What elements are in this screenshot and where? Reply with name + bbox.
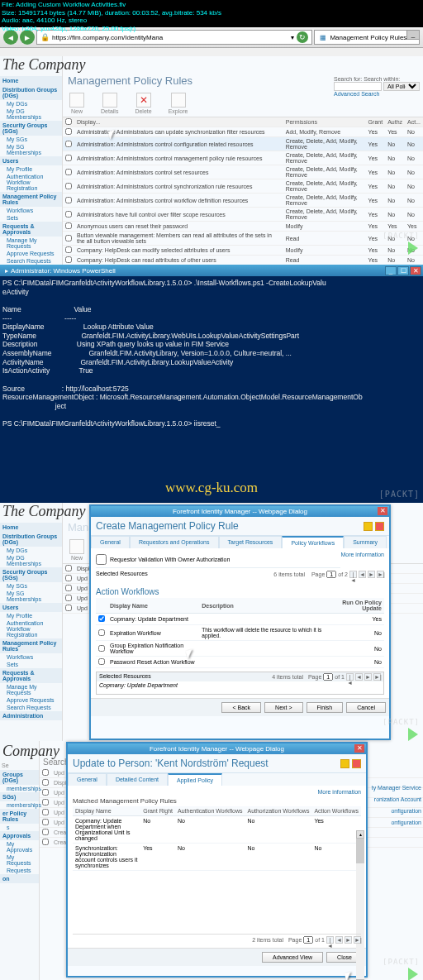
main-content: Management Policy Rules New Details ✕Del… (63, 56, 423, 265)
explore-button[interactable]: Explore (169, 93, 188, 114)
table-row[interactable]: Administrators have full control over fi… (63, 208, 423, 222)
sidebar-3: Se Groups (DGs) memberships SGs) members… (0, 741, 40, 980)
sidebar-mpr[interactable]: Management Policy Rules (0, 192, 62, 207)
sidebar-home[interactable]: Home (0, 76, 62, 85)
tab-detailed-content[interactable]: Detailed Content (107, 773, 168, 786)
sidebar-users[interactable]: Users (0, 156, 62, 165)
details-button[interactable]: Details (101, 93, 118, 114)
table-row[interactable]: Administration: Administrators control s… (63, 179, 423, 194)
list-item[interactable]: Expiration WorkflowThis workflow will de… (96, 625, 384, 641)
dialog2-titlebar: Forefront Identity Manager -- Webpage Di… (68, 743, 366, 754)
tab-general[interactable]: General (91, 536, 130, 548)
tab-policy-workflows[interactable]: Policy Workflows (282, 536, 344, 548)
list-item[interactable]: Copmany: Update DepartmentYes (96, 614, 384, 625)
cursor-icon (187, 650, 195, 662)
play-icon (408, 241, 418, 255)
more-info-link[interactable]: More information (340, 552, 384, 557)
advanced-search-link[interactable]: Advanced Search (334, 91, 379, 97)
ps-minimize[interactable]: _ (385, 266, 397, 275)
page-prev[interactable]: ◄ (359, 571, 366, 578)
company-logo: The Company (2, 56, 86, 74)
browser-tab[interactable]: ▦ Management Policy Rules × (314, 30, 420, 45)
back-button[interactable]: < Back (221, 702, 261, 713)
pager: 6 items total Page of 2 |◄ ◄ ► ►| (273, 571, 384, 578)
scrollbar[interactable]: ▴ ▾ (356, 839, 364, 979)
dialog-header: Create Management Policy Rule (91, 517, 389, 536)
page-input[interactable] (326, 571, 336, 578)
sidebar-approve-req[interactable]: Approve Requests (0, 250, 62, 257)
advanced-view-button[interactable]: Advanced View (262, 952, 323, 963)
table-row[interactable]: Company: HelpDesk can read attributes of… (63, 256, 423, 265)
sidebar-sgs[interactable]: Security Groups (SGs) (0, 121, 62, 136)
dialog2-body: More information Matched Management Poli… (68, 786, 366, 948)
table-row[interactable]: Company: HelpDesk can modify selected at… (63, 246, 423, 256)
table-row[interactable]: Button viewable management: Members can … (63, 232, 423, 246)
user-info-bar: M Admin | (0, 48, 423, 56)
powershell-titlebar: ▸Administrator: Windows PowerShell _ ☐ ✕ (0, 265, 423, 276)
sidebar-manage-req[interactable]: Manage My Requests (0, 237, 62, 250)
table-row[interactable]: Copmany: Update Department when Organiza… (73, 816, 361, 844)
ps-maximize[interactable]: ☐ (397, 266, 409, 275)
action-workflows-heading: Action Workflows (96, 581, 384, 598)
search-input[interactable] (334, 82, 382, 91)
list-item[interactable]: Group Expiration Notification WorkflowNo (96, 641, 384, 657)
dialog2-tabs: General Detailed Content Applied Policy (68, 773, 366, 786)
refresh-button[interactable]: ↻ (297, 31, 308, 43)
sidebar-my-dgs[interactable]: My DGs (0, 100, 62, 108)
sidebar-requests[interactable]: Requests & Approvals (0, 222, 62, 237)
list-item[interactable]: Password Reset Action WorkflowNo (96, 657, 384, 668)
table-row[interactable]: Administration: Administrators control m… (63, 151, 423, 165)
table-row[interactable]: Synchronization: Synchronization account… (73, 844, 361, 871)
tab-target[interactable]: Target Resources (219, 536, 283, 548)
page-next[interactable]: ► (368, 571, 375, 578)
delete-button[interactable]: ✕Delete (135, 93, 151, 114)
minimize-icon[interactable]: _ (406, 30, 420, 40)
powershell-body[interactable]: PS C:\FIMData\FIMGranfeldtActivityWorkfl… (0, 276, 423, 503)
table-row[interactable]: Anonymous users can reset their password… (63, 222, 423, 232)
dialog2-close-button[interactable]: ✕ (354, 744, 364, 753)
table-row[interactable]: Administration: Administrators control w… (63, 194, 423, 208)
company-logo-2: The Company (2, 503, 86, 520)
tab-summary[interactable]: Summary (344, 536, 387, 548)
dialog-body: More information Requestor Validation Wi… (91, 548, 389, 698)
more-info-link-2[interactable]: More information (317, 789, 361, 795)
new-button[interactable]: New (69, 93, 84, 114)
watermark: www.cg-ku.com (0, 480, 423, 496)
ps-close[interactable]: ✕ (410, 266, 421, 275)
tab-applied-policy[interactable]: Applied Policy (168, 773, 222, 786)
play-overlay: [PACKT] (386, 232, 423, 261)
sidebar-my-sg-mem[interactable]: My SG Memberships (0, 143, 62, 156)
scroll-thumb[interactable] (356, 839, 364, 863)
page-input-2[interactable] (303, 936, 313, 944)
company-logo-3: Company (2, 743, 59, 760)
sidebar-my-sgs[interactable]: My SGs (0, 136, 62, 143)
table-row[interactable]: Administration: Administrators control s… (63, 165, 423, 179)
sidebar-sets[interactable]: Sets (0, 214, 62, 222)
next-button[interactable]: Next > (264, 702, 302, 713)
dialog2-header: Update to Person: 'Kent Nordström' Reque… (68, 754, 366, 773)
sidebar-my-profile[interactable]: My Profile (0, 165, 62, 173)
delete-icon[interactable] (375, 522, 384, 531)
tab-general-2[interactable]: General (68, 773, 107, 786)
tab-requestors[interactable]: Requestors and Operations (130, 536, 219, 548)
sidebar-search-req[interactable]: Search Requests (0, 257, 62, 265)
delete-icon[interactable] (352, 759, 361, 768)
req-val-checkbox[interactable] (96, 554, 107, 565)
page-last[interactable]: ►| (377, 571, 384, 578)
select-all-checkbox[interactable] (65, 118, 72, 125)
sidebar-dgs[interactable]: Distribution Groups (DGs) (0, 85, 62, 100)
dialog-close-button[interactable]: ✕ (378, 507, 387, 515)
dialog2-footer: Advanced View Close (68, 948, 366, 966)
cursor-icon (109, 131, 117, 142)
finish-button[interactable]: Finish (307, 702, 344, 713)
sidebar-auth-wf[interactable]: Authentication Workflow Registration (0, 173, 62, 192)
dialog-tabs: General Requestors and Operations Target… (91, 536, 389, 548)
cancel-button[interactable]: Cancel (346, 702, 386, 713)
matched-mpr-grid: Display Name Grant Right Authentication … (73, 806, 361, 871)
search-scope-select[interactable]: All Policies (383, 82, 420, 91)
page-first[interactable]: |◄ (349, 571, 357, 578)
sidebar-workflows[interactable]: Workflows (0, 207, 62, 214)
dialog-footer: < Back Next > Finish Cancel (91, 698, 389, 716)
packt-logo: [PACKT] (379, 490, 420, 499)
sidebar-my-dg-mem[interactable]: My DG Memberships (0, 108, 62, 121)
